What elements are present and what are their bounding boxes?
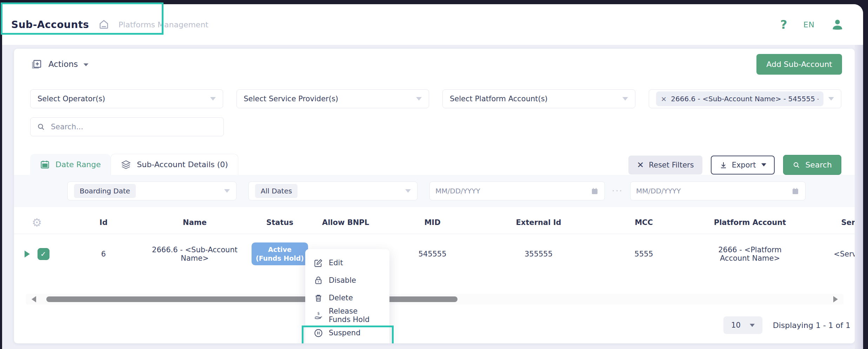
caret-down-icon bbox=[210, 97, 216, 101]
tab-date-range[interactable]: Date Range bbox=[30, 154, 111, 175]
selected-subaccount-chip: × 2666.6 - <Sub-Account Name> - 545555 -… bbox=[656, 91, 824, 106]
select-service-providers[interactable]: Select Service Provider(s) bbox=[236, 89, 429, 108]
select-platform-accounts[interactable]: Select Platform Account(s) bbox=[442, 89, 635, 108]
caret-down-icon bbox=[761, 163, 766, 166]
menu-item-edit[interactable]: Edit bbox=[305, 254, 389, 272]
add-sub-account-button[interactable]: Add Sub-Account bbox=[756, 54, 842, 75]
export-label: Export bbox=[732, 161, 756, 169]
reset-filters-label: Reset Filters bbox=[649, 161, 694, 169]
select-service-providers-placeholder: Select Service Provider(s) bbox=[244, 95, 339, 103]
breadcrumb-item[interactable]: Platforms Management bbox=[119, 20, 208, 29]
tab-sub-account-details[interactable]: Sub-Account Details (0) bbox=[111, 154, 238, 175]
home-icon[interactable] bbox=[98, 19, 109, 30]
caret-down-icon bbox=[416, 97, 422, 101]
expand-row-icon[interactable] bbox=[25, 251, 30, 258]
subaccounts-panel: Actions Add Sub-Account Select Operator(… bbox=[14, 49, 855, 343]
cell-mcc: 5555 bbox=[586, 250, 702, 258]
select-operators-placeholder: Select Operator(s) bbox=[38, 95, 105, 103]
column-header-name: Name bbox=[147, 218, 242, 227]
top-right-controls: ? EN bbox=[780, 18, 844, 32]
menu-item-release-funds-hold[interactable]: $ Release Funds Hold bbox=[305, 307, 389, 324]
calendar-icon[interactable] bbox=[791, 187, 800, 195]
lock-icon bbox=[314, 276, 323, 285]
menu-item-suspend-label: Suspend bbox=[329, 329, 360, 337]
date-to-field bbox=[630, 182, 806, 200]
remove-chip-icon[interactable]: × bbox=[661, 95, 667, 103]
page-size-select[interactable]: 10 bbox=[723, 316, 762, 334]
search-icon bbox=[793, 161, 800, 169]
row-context-menu: Edit Disable bbox=[305, 249, 389, 343]
search-icon bbox=[37, 123, 45, 131]
calendar-icon[interactable] bbox=[590, 187, 599, 195]
search-button[interactable]: Search bbox=[783, 155, 841, 175]
column-header-allow-bnpl: Allow BNPL bbox=[318, 218, 374, 227]
breadcrumb: Sub-Accounts Platforms Management bbox=[11, 19, 208, 30]
date-from-field bbox=[429, 182, 605, 200]
search-input[interactable] bbox=[51, 123, 217, 131]
search-button-label: Search bbox=[805, 160, 832, 169]
menu-item-disable[interactable]: Disable bbox=[305, 272, 389, 289]
menu-item-edit-label: Edit bbox=[329, 259, 343, 267]
top-bar: Sub-Accounts Platforms Management ? EN bbox=[2, 4, 863, 45]
table-header: ⚙ Id Name Status Allow BNPL MID External… bbox=[14, 214, 855, 231]
actions-icon bbox=[30, 58, 43, 70]
column-settings-gear-icon[interactable]: ⚙ bbox=[32, 216, 42, 229]
actions-menu-button[interactable]: Actions bbox=[30, 58, 88, 70]
close-icon: ✕ bbox=[637, 161, 644, 169]
app-window: Sub-Accounts Platforms Management ? EN bbox=[2, 4, 863, 349]
filter-tabs: Date Range Sub-Account Details (0) bbox=[30, 154, 238, 175]
user-avatar-icon[interactable] bbox=[831, 18, 844, 31]
scroll-left-icon[interactable] bbox=[32, 296, 36, 302]
column-header-mid: MID bbox=[374, 218, 491, 227]
cell-mid: 545555 bbox=[374, 250, 491, 258]
caret-down-icon bbox=[828, 97, 834, 101]
svg-text:$: $ bbox=[317, 311, 320, 316]
caret-down-icon bbox=[750, 324, 755, 327]
menu-item-delete[interactable]: Delete bbox=[305, 289, 389, 307]
export-button[interactable]: Export bbox=[711, 156, 775, 174]
row-checkbox[interactable]: ✓ bbox=[38, 248, 49, 260]
date-filter-band: Boarding Date All Dates ··· bbox=[14, 175, 855, 207]
horizontal-scrollbar bbox=[26, 294, 843, 304]
column-header-service-provider: Ser bbox=[798, 218, 855, 227]
date-range-separator: ··· bbox=[612, 186, 623, 196]
help-icon[interactable]: ? bbox=[780, 18, 787, 32]
actions-row: Actions Add Sub-Account bbox=[30, 53, 842, 75]
column-header-mcc: MCC bbox=[586, 218, 702, 227]
status-line1: Active bbox=[268, 246, 292, 253]
scroll-right-icon[interactable] bbox=[833, 296, 838, 302]
pagination: 10 Displaying 1 - 1 of 1 bbox=[723, 316, 850, 334]
filter-action-buttons: ✕ Reset Filters Export Search bbox=[628, 155, 841, 175]
pagination-summary: Displaying 1 - 1 of 1 bbox=[773, 321, 850, 330]
date-range-type-select[interactable]: All Dates bbox=[248, 182, 418, 200]
tab-date-range-label: Date Range bbox=[55, 160, 101, 169]
cell-platform-account: 2666 - <Platform Account Name> bbox=[702, 246, 798, 262]
select-operators[interactable]: Select Operator(s) bbox=[30, 89, 223, 108]
page-title: Sub-Accounts bbox=[11, 19, 89, 30]
menu-item-disable-label: Disable bbox=[329, 276, 356, 285]
layers-icon bbox=[121, 159, 131, 170]
menu-item-suspend[interactable]: Suspend bbox=[305, 324, 389, 342]
date-to-input[interactable] bbox=[636, 187, 788, 195]
caret-down-icon bbox=[405, 189, 411, 193]
release-funds-icon: $ bbox=[314, 311, 323, 320]
column-header-id: Id bbox=[60, 218, 147, 227]
search-box bbox=[30, 117, 224, 136]
column-header-status: Status bbox=[242, 218, 318, 227]
download-icon bbox=[719, 161, 728, 169]
filter-selects-row: Select Operator(s) Select Service Provid… bbox=[30, 89, 841, 108]
chip-label: 2666.6 - <Sub-Account Name> - 545555 - 3… bbox=[671, 95, 819, 103]
caret-down-icon bbox=[622, 97, 628, 101]
vertical-scrollbar[interactable] bbox=[855, 45, 863, 349]
caret-down-icon bbox=[224, 189, 230, 193]
cell-external-id: 355555 bbox=[491, 250, 586, 258]
date-field-select[interactable]: Boarding Date bbox=[67, 182, 236, 200]
select-sub-accounts[interactable]: × 2666.6 - <Sub-Account Name> - 545555 -… bbox=[649, 89, 842, 108]
calendar-icon bbox=[40, 159, 50, 169]
reset-filters-button[interactable]: ✕ Reset Filters bbox=[628, 156, 702, 174]
column-header-external-id: External Id bbox=[491, 218, 586, 227]
language-selector[interactable]: EN bbox=[803, 20, 815, 29]
date-from-input[interactable] bbox=[435, 187, 587, 195]
scrollbar-thumb[interactable] bbox=[46, 296, 458, 302]
select-platform-accounts-placeholder: Select Platform Account(s) bbox=[450, 95, 548, 103]
